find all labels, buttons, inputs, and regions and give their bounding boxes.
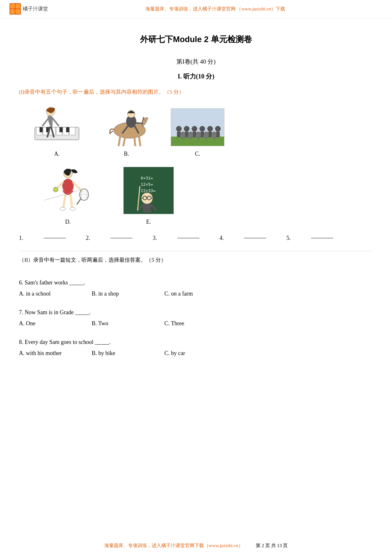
q8-option-a[interactable]: A. with his mother <box>19 350 92 357</box>
svg-line-17 <box>43 118 49 126</box>
svg-line-80 <box>142 198 143 198</box>
svg-rect-1 <box>10 4 15 9</box>
question-8: 8. Every day Sam goes to school _____. A… <box>19 339 373 357</box>
svg-rect-82 <box>143 204 151 213</box>
svg-line-24 <box>134 137 135 146</box>
svg-point-39 <box>199 126 205 132</box>
image-item-d: D. <box>44 167 92 225</box>
svg-point-47 <box>188 132 193 137</box>
svg-line-61 <box>73 183 82 190</box>
question-7: 7. Now Sam is in Grade _____. A. One B. … <box>19 309 373 327</box>
image-label-b: B. <box>124 151 129 157</box>
question-7-text: 7. Now Sam is in Grade _____. <box>19 309 373 316</box>
q6-option-b[interactable]: B. in a shop <box>92 290 164 297</box>
svg-line-22 <box>119 137 120 146</box>
svg-rect-14 <box>59 127 63 132</box>
svg-rect-52 <box>205 136 208 139</box>
svg-point-59 <box>60 207 65 210</box>
q8-option-b[interactable]: B. by bike <box>92 350 164 357</box>
svg-point-43 <box>215 126 221 132</box>
svg-line-25 <box>139 137 140 146</box>
images-row-2: D. 6×31= 12×5= 22×33= <box>19 167 373 225</box>
question-6-options: A. in a school B. in a shop C. on a farm <box>19 290 373 297</box>
blank-5[interactable] <box>311 238 333 238</box>
svg-text:12×5=: 12×5= <box>141 182 153 187</box>
question-8-text: 8. Every day Sam goes to school _____. <box>19 339 373 346</box>
svg-point-71 <box>53 187 58 192</box>
section1-label: I. 听力(10 分) <box>19 72 373 81</box>
svg-line-70 <box>57 183 63 188</box>
header: 橘子汁课堂 海量题库、专项训练，进入橘子汁课堂官网 （www.juzizhi.c… <box>0 0 392 18</box>
q6-option-a[interactable]: A. in a school <box>19 290 92 297</box>
instruction1: (I)录音中有五个句子，听一遍后，选择与其内容相符的图片。（5 分） <box>19 88 373 96</box>
svg-point-56 <box>62 179 74 193</box>
logo: 橘子汁课堂 <box>9 3 48 15</box>
blank-3-label: 3. <box>153 235 157 241</box>
footer-slogan: 海量题库、专项训练，进入橘子汁课堂官网下载（www.juzizhi.cn） <box>104 543 243 549</box>
question-6-text: 6. Sam's father works _____. <box>19 279 373 286</box>
svg-rect-54 <box>212 136 216 139</box>
svg-line-81 <box>151 198 152 198</box>
q7-option-b[interactable]: B. Two <box>92 320 164 327</box>
svg-point-41 <box>207 126 213 132</box>
images-row-1: A. <box>19 105 373 157</box>
divider <box>19 251 373 251</box>
image-item-a: A. <box>32 105 82 157</box>
blank-4[interactable] <box>244 238 266 238</box>
image-item-c: C. <box>171 108 224 157</box>
header-slogan: 海量题库、专项训练，进入橘子汁课堂官网 （www.juzizhi.cn）下载 <box>48 6 383 12</box>
footer-page: 第 2 页 共 13 页 <box>256 543 288 549</box>
logo-text: 橘子汁课堂 <box>23 6 48 12</box>
question-8-options: A. with his mother B. by bike C. by car <box>19 350 373 357</box>
image-c-football <box>171 108 224 146</box>
svg-point-35 <box>184 126 190 132</box>
svg-rect-2 <box>15 4 20 9</box>
image-a-piano <box>32 105 82 146</box>
image-item-e: 6×31= 12×5= 22×33= <box>123 167 174 225</box>
footer: 海量题库、专项训练，进入橘子汁课堂官网下载（www.juzizhi.cn） 第 … <box>0 543 392 549</box>
svg-point-33 <box>176 126 182 132</box>
q7-option-c[interactable]: C. Three <box>164 320 237 327</box>
svg-rect-12 <box>40 127 43 132</box>
part1-label: 第I卷(共 40 分) <box>19 58 373 66</box>
q8-option-c[interactable]: C. by car <box>164 350 237 357</box>
image-item-b: B. <box>101 105 152 157</box>
svg-line-23 <box>123 138 125 146</box>
main-content: 外研七下Module 2 单元检测卷 第I卷(共 40 分) I. 听力(10 … <box>0 18 392 389</box>
blank-1-label: 1. <box>19 235 23 241</box>
svg-rect-46 <box>181 136 185 139</box>
svg-point-37 <box>192 126 197 132</box>
image-label-e: E. <box>146 219 151 225</box>
q7-option-a[interactable]: A. One <box>19 320 92 327</box>
question-6: 6. Sam's father works _____. A. in a sch… <box>19 279 373 297</box>
svg-text:22×33=: 22×33= <box>141 188 156 193</box>
svg-point-45 <box>181 132 186 137</box>
blank-2[interactable] <box>110 238 132 238</box>
logo-icon <box>9 3 21 15</box>
svg-line-58 <box>70 195 72 208</box>
image-label-a: A. <box>54 151 60 157</box>
answers-row: 1. 2. 3. 4. 5. <box>19 235 373 241</box>
image-d-girl <box>44 167 92 214</box>
blank-1[interactable] <box>44 238 66 238</box>
svg-line-18 <box>52 118 58 126</box>
svg-rect-34 <box>177 132 181 137</box>
blank-2-label: 2. <box>86 235 90 241</box>
blank-4-label: 4. <box>220 235 224 241</box>
svg-point-51 <box>204 132 209 137</box>
svg-rect-15 <box>66 127 69 132</box>
svg-line-69 <box>77 199 81 204</box>
svg-point-53 <box>211 132 217 137</box>
svg-rect-4 <box>15 9 20 14</box>
svg-rect-48 <box>189 136 193 139</box>
image-e-teacher: 6×31= 12×5= 22×33= <box>123 167 174 214</box>
blank-3[interactable] <box>177 238 199 238</box>
blank-5-label: 5. <box>286 235 291 241</box>
q6-option-c[interactable]: C. on a farm <box>164 290 237 297</box>
instruction2: （II）录音中有一篇短文，听两遍后，选择最佳答案。（5 分） <box>19 256 373 264</box>
image-label-d: D. <box>65 219 71 225</box>
question-7-options: A. One B. Two C. Three <box>19 320 373 327</box>
svg-point-60 <box>70 207 76 210</box>
image-label-c: C. <box>195 151 200 157</box>
svg-line-57 <box>63 195 65 208</box>
